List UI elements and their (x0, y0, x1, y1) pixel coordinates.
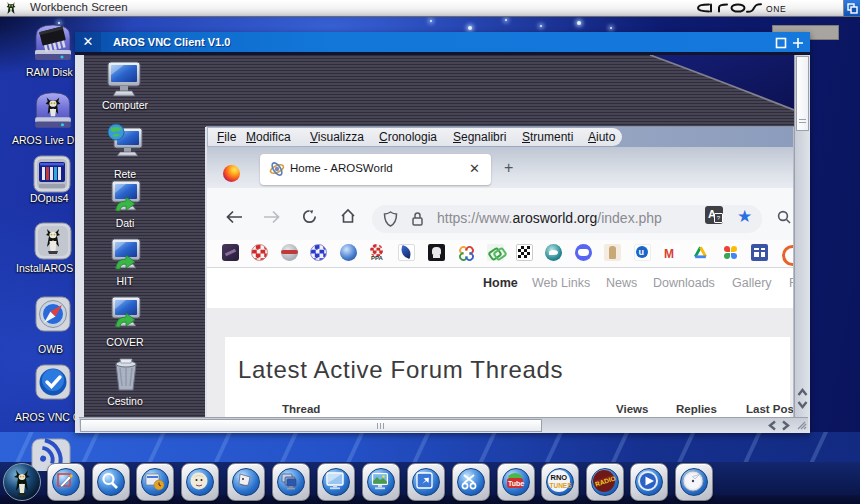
svg-text:RNO: RNO (551, 473, 568, 482)
svg-text:TUNES: TUNES (550, 482, 573, 489)
svg-text:ONE: ONE (766, 4, 786, 14)
svg-text:Tube: Tube (508, 480, 524, 487)
